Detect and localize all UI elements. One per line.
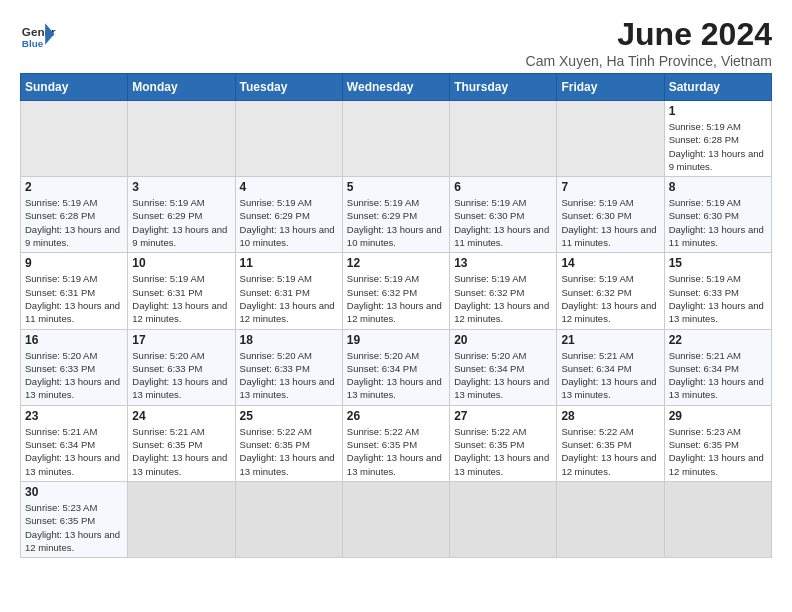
day-info: Sunrise: 5:19 AM Sunset: 6:28 PM Dayligh… xyxy=(669,120,767,173)
calendar-week-1: 1Sunrise: 5:19 AM Sunset: 6:28 PM Daylig… xyxy=(21,101,772,177)
weekday-header-wednesday: Wednesday xyxy=(342,74,449,101)
day-info: Sunrise: 5:21 AM Sunset: 6:34 PM Dayligh… xyxy=(669,349,767,402)
calendar-cell xyxy=(450,481,557,557)
calendar-cell: 28Sunrise: 5:22 AM Sunset: 6:35 PM Dayli… xyxy=(557,405,664,481)
day-info: Sunrise: 5:23 AM Sunset: 6:35 PM Dayligh… xyxy=(25,501,123,554)
day-number: 27 xyxy=(454,409,552,423)
day-number: 29 xyxy=(669,409,767,423)
calendar-cell: 18Sunrise: 5:20 AM Sunset: 6:33 PM Dayli… xyxy=(235,329,342,405)
day-number: 2 xyxy=(25,180,123,194)
day-number: 30 xyxy=(25,485,123,499)
day-number: 21 xyxy=(561,333,659,347)
day-number: 26 xyxy=(347,409,445,423)
day-info: Sunrise: 5:20 AM Sunset: 6:34 PM Dayligh… xyxy=(347,349,445,402)
calendar-cell xyxy=(235,481,342,557)
day-info: Sunrise: 5:19 AM Sunset: 6:28 PM Dayligh… xyxy=(25,196,123,249)
logo-icon: General Blue xyxy=(20,16,56,52)
calendar-cell: 16Sunrise: 5:20 AM Sunset: 6:33 PM Dayli… xyxy=(21,329,128,405)
calendar-cell: 11Sunrise: 5:19 AM Sunset: 6:31 PM Dayli… xyxy=(235,253,342,329)
calendar-cell: 7Sunrise: 5:19 AM Sunset: 6:30 PM Daylig… xyxy=(557,177,664,253)
day-info: Sunrise: 5:22 AM Sunset: 6:35 PM Dayligh… xyxy=(347,425,445,478)
weekday-header-friday: Friday xyxy=(557,74,664,101)
day-info: Sunrise: 5:19 AM Sunset: 6:31 PM Dayligh… xyxy=(240,272,338,325)
day-info: Sunrise: 5:19 AM Sunset: 6:30 PM Dayligh… xyxy=(669,196,767,249)
weekday-header-tuesday: Tuesday xyxy=(235,74,342,101)
calendar-cell xyxy=(21,101,128,177)
calendar-cell: 1Sunrise: 5:19 AM Sunset: 6:28 PM Daylig… xyxy=(664,101,771,177)
day-number: 4 xyxy=(240,180,338,194)
calendar-cell xyxy=(342,481,449,557)
day-info: Sunrise: 5:19 AM Sunset: 6:29 PM Dayligh… xyxy=(240,196,338,249)
day-number: 23 xyxy=(25,409,123,423)
day-number: 22 xyxy=(669,333,767,347)
calendar-cell: 26Sunrise: 5:22 AM Sunset: 6:35 PM Dayli… xyxy=(342,405,449,481)
weekday-header-monday: Monday xyxy=(128,74,235,101)
day-number: 25 xyxy=(240,409,338,423)
calendar-cell xyxy=(128,481,235,557)
logo: General Blue xyxy=(20,16,56,52)
calendar-cell: 15Sunrise: 5:19 AM Sunset: 6:33 PM Dayli… xyxy=(664,253,771,329)
day-number: 7 xyxy=(561,180,659,194)
day-number: 19 xyxy=(347,333,445,347)
day-info: Sunrise: 5:19 AM Sunset: 6:32 PM Dayligh… xyxy=(454,272,552,325)
calendar-week-6: 30Sunrise: 5:23 AM Sunset: 6:35 PM Dayli… xyxy=(21,481,772,557)
day-info: Sunrise: 5:20 AM Sunset: 6:33 PM Dayligh… xyxy=(25,349,123,402)
day-info: Sunrise: 5:19 AM Sunset: 6:29 PM Dayligh… xyxy=(132,196,230,249)
day-number: 24 xyxy=(132,409,230,423)
calendar-cell: 5Sunrise: 5:19 AM Sunset: 6:29 PM Daylig… xyxy=(342,177,449,253)
day-number: 16 xyxy=(25,333,123,347)
calendar-cell xyxy=(664,481,771,557)
calendar-week-3: 9Sunrise: 5:19 AM Sunset: 6:31 PM Daylig… xyxy=(21,253,772,329)
day-number: 28 xyxy=(561,409,659,423)
day-number: 20 xyxy=(454,333,552,347)
day-info: Sunrise: 5:22 AM Sunset: 6:35 PM Dayligh… xyxy=(454,425,552,478)
calendar-subtitle: Cam Xuyen, Ha Tinh Province, Vietnam xyxy=(526,53,772,69)
calendar-cell: 23Sunrise: 5:21 AM Sunset: 6:34 PM Dayli… xyxy=(21,405,128,481)
calendar-cell: 17Sunrise: 5:20 AM Sunset: 6:33 PM Dayli… xyxy=(128,329,235,405)
day-info: Sunrise: 5:22 AM Sunset: 6:35 PM Dayligh… xyxy=(240,425,338,478)
day-info: Sunrise: 5:21 AM Sunset: 6:35 PM Dayligh… xyxy=(132,425,230,478)
calendar-week-5: 23Sunrise: 5:21 AM Sunset: 6:34 PM Dayli… xyxy=(21,405,772,481)
calendar-cell: 29Sunrise: 5:23 AM Sunset: 6:35 PM Dayli… xyxy=(664,405,771,481)
day-number: 11 xyxy=(240,256,338,270)
calendar-cell: 22Sunrise: 5:21 AM Sunset: 6:34 PM Dayli… xyxy=(664,329,771,405)
day-info: Sunrise: 5:23 AM Sunset: 6:35 PM Dayligh… xyxy=(669,425,767,478)
weekday-header-thursday: Thursday xyxy=(450,74,557,101)
calendar-cell: 13Sunrise: 5:19 AM Sunset: 6:32 PM Dayli… xyxy=(450,253,557,329)
day-info: Sunrise: 5:20 AM Sunset: 6:33 PM Dayligh… xyxy=(240,349,338,402)
calendar-cell: 4Sunrise: 5:19 AM Sunset: 6:29 PM Daylig… xyxy=(235,177,342,253)
day-info: Sunrise: 5:20 AM Sunset: 6:34 PM Dayligh… xyxy=(454,349,552,402)
day-number: 13 xyxy=(454,256,552,270)
day-number: 15 xyxy=(669,256,767,270)
calendar-cell: 8Sunrise: 5:19 AM Sunset: 6:30 PM Daylig… xyxy=(664,177,771,253)
calendar-cell: 9Sunrise: 5:19 AM Sunset: 6:31 PM Daylig… xyxy=(21,253,128,329)
weekday-header-sunday: Sunday xyxy=(21,74,128,101)
day-info: Sunrise: 5:19 AM Sunset: 6:31 PM Dayligh… xyxy=(25,272,123,325)
calendar-cell xyxy=(128,101,235,177)
calendar-week-4: 16Sunrise: 5:20 AM Sunset: 6:33 PM Dayli… xyxy=(21,329,772,405)
calendar-cell xyxy=(557,481,664,557)
calendar-title: June 2024 xyxy=(526,16,772,53)
day-number: 17 xyxy=(132,333,230,347)
day-number: 9 xyxy=(25,256,123,270)
calendar-cell xyxy=(342,101,449,177)
calendar-table: SundayMondayTuesdayWednesdayThursdayFrid… xyxy=(20,73,772,558)
calendar-cell: 25Sunrise: 5:22 AM Sunset: 6:35 PM Dayli… xyxy=(235,405,342,481)
day-number: 18 xyxy=(240,333,338,347)
header: General Blue June 2024 Cam Xuyen, Ha Tin… xyxy=(20,16,772,69)
calendar-cell: 24Sunrise: 5:21 AM Sunset: 6:35 PM Dayli… xyxy=(128,405,235,481)
weekday-header-row: SundayMondayTuesdayWednesdayThursdayFrid… xyxy=(21,74,772,101)
day-info: Sunrise: 5:19 AM Sunset: 6:31 PM Dayligh… xyxy=(132,272,230,325)
day-info: Sunrise: 5:20 AM Sunset: 6:33 PM Dayligh… xyxy=(132,349,230,402)
svg-text:Blue: Blue xyxy=(22,38,44,49)
day-info: Sunrise: 5:19 AM Sunset: 6:32 PM Dayligh… xyxy=(347,272,445,325)
day-number: 10 xyxy=(132,256,230,270)
day-info: Sunrise: 5:19 AM Sunset: 6:33 PM Dayligh… xyxy=(669,272,767,325)
calendar-cell: 30Sunrise: 5:23 AM Sunset: 6:35 PM Dayli… xyxy=(21,481,128,557)
day-info: Sunrise: 5:21 AM Sunset: 6:34 PM Dayligh… xyxy=(561,349,659,402)
calendar-cell: 21Sunrise: 5:21 AM Sunset: 6:34 PM Dayli… xyxy=(557,329,664,405)
calendar-cell xyxy=(235,101,342,177)
calendar-cell: 20Sunrise: 5:20 AM Sunset: 6:34 PM Dayli… xyxy=(450,329,557,405)
day-info: Sunrise: 5:21 AM Sunset: 6:34 PM Dayligh… xyxy=(25,425,123,478)
day-info: Sunrise: 5:19 AM Sunset: 6:30 PM Dayligh… xyxy=(561,196,659,249)
